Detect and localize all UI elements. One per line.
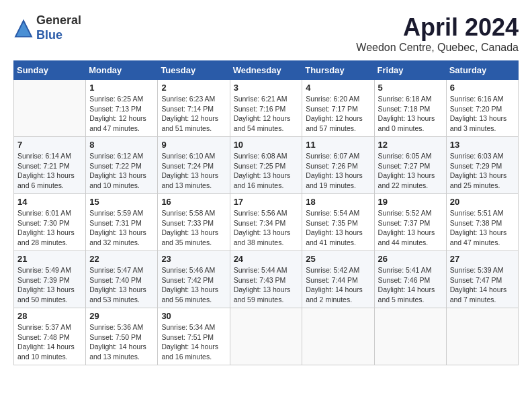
day-number: 11 bbox=[306, 140, 370, 150]
day-number: 16 bbox=[161, 197, 226, 207]
day-number: 17 bbox=[234, 197, 299, 207]
calendar-body: 1Sunrise: 6:25 AM Sunset: 7:13 PM Daylig… bbox=[14, 80, 519, 365]
day-info: Sunrise: 6:10 AM Sunset: 7:24 PM Dayligh… bbox=[161, 151, 226, 191]
day-cell bbox=[446, 308, 518, 365]
day-number: 9 bbox=[161, 140, 226, 150]
day-info: Sunrise: 5:39 AM Sunset: 7:47 PM Dayligh… bbox=[450, 265, 515, 305]
day-info: Sunrise: 6:03 AM Sunset: 7:29 PM Dayligh… bbox=[450, 151, 515, 191]
header-cell-monday: Monday bbox=[86, 61, 158, 80]
day-cell: 13Sunrise: 6:03 AM Sunset: 7:29 PM Dayli… bbox=[446, 137, 518, 194]
day-cell: 15Sunrise: 5:59 AM Sunset: 7:31 PM Dayli… bbox=[86, 194, 158, 251]
day-number: 10 bbox=[234, 140, 299, 150]
logo: General Blue bbox=[13, 13, 81, 42]
day-info: Sunrise: 6:20 AM Sunset: 7:17 PM Dayligh… bbox=[306, 94, 370, 134]
day-info: Sunrise: 5:44 AM Sunset: 7:43 PM Dayligh… bbox=[234, 265, 299, 305]
day-cell bbox=[374, 308, 446, 365]
month-title: April 2024 bbox=[356, 13, 519, 42]
day-cell: 27Sunrise: 5:39 AM Sunset: 7:47 PM Dayli… bbox=[446, 251, 518, 308]
header: General Blue April 2024 Weedon Centre, Q… bbox=[13, 13, 519, 54]
day-number: 12 bbox=[378, 140, 443, 150]
day-info: Sunrise: 5:52 AM Sunset: 7:37 PM Dayligh… bbox=[378, 208, 443, 248]
week-row-3: 14Sunrise: 6:01 AM Sunset: 7:30 PM Dayli… bbox=[14, 194, 519, 251]
day-info: Sunrise: 6:07 AM Sunset: 7:26 PM Dayligh… bbox=[306, 151, 370, 191]
day-cell: 17Sunrise: 5:56 AM Sunset: 7:34 PM Dayli… bbox=[230, 194, 302, 251]
day-number: 28 bbox=[17, 311, 82, 321]
day-info: Sunrise: 5:41 AM Sunset: 7:46 PM Dayligh… bbox=[378, 265, 443, 305]
day-number: 4 bbox=[306, 83, 370, 93]
day-cell: 20Sunrise: 5:51 AM Sunset: 7:38 PM Dayli… bbox=[446, 194, 518, 251]
day-cell: 26Sunrise: 5:41 AM Sunset: 7:46 PM Dayli… bbox=[374, 251, 446, 308]
day-number: 5 bbox=[378, 83, 443, 93]
day-cell: 23Sunrise: 5:46 AM Sunset: 7:42 PM Dayli… bbox=[158, 251, 230, 308]
day-cell: 16Sunrise: 5:58 AM Sunset: 7:33 PM Dayli… bbox=[158, 194, 230, 251]
day-cell: 3Sunrise: 6:21 AM Sunset: 7:16 PM Daylig… bbox=[230, 80, 302, 137]
day-info: Sunrise: 6:01 AM Sunset: 7:30 PM Dayligh… bbox=[17, 208, 82, 248]
day-cell: 7Sunrise: 6:14 AM Sunset: 7:21 PM Daylig… bbox=[14, 137, 86, 194]
day-cell: 8Sunrise: 6:12 AM Sunset: 7:22 PM Daylig… bbox=[86, 137, 158, 194]
day-info: Sunrise: 6:25 AM Sunset: 7:13 PM Dayligh… bbox=[89, 94, 154, 134]
day-number: 8 bbox=[89, 140, 154, 150]
day-cell: 30Sunrise: 5:34 AM Sunset: 7:51 PM Dayli… bbox=[158, 308, 230, 365]
header-cell-wednesday: Wednesday bbox=[230, 61, 302, 80]
day-number: 25 bbox=[306, 254, 370, 264]
day-info: Sunrise: 5:58 AM Sunset: 7:33 PM Dayligh… bbox=[161, 208, 226, 248]
day-cell: 28Sunrise: 5:37 AM Sunset: 7:48 PM Dayli… bbox=[14, 308, 86, 365]
day-cell: 24Sunrise: 5:44 AM Sunset: 7:43 PM Dayli… bbox=[230, 251, 302, 308]
header-cell-tuesday: Tuesday bbox=[158, 61, 230, 80]
day-cell: 10Sunrise: 6:08 AM Sunset: 7:25 PM Dayli… bbox=[230, 137, 302, 194]
day-number: 7 bbox=[17, 140, 82, 150]
day-number: 6 bbox=[450, 83, 515, 93]
week-row-2: 7Sunrise: 6:14 AM Sunset: 7:21 PM Daylig… bbox=[14, 137, 519, 194]
day-number: 22 bbox=[89, 254, 154, 264]
day-number: 13 bbox=[450, 140, 515, 150]
header-cell-thursday: Thursday bbox=[302, 61, 374, 80]
week-row-5: 28Sunrise: 5:37 AM Sunset: 7:48 PM Dayli… bbox=[14, 308, 519, 365]
day-number: 21 bbox=[17, 254, 82, 264]
day-number: 1 bbox=[89, 83, 154, 93]
day-info: Sunrise: 6:21 AM Sunset: 7:16 PM Dayligh… bbox=[234, 94, 299, 134]
day-cell: 18Sunrise: 5:54 AM Sunset: 7:35 PM Dayli… bbox=[302, 194, 374, 251]
day-info: Sunrise: 5:54 AM Sunset: 7:35 PM Dayligh… bbox=[306, 208, 370, 248]
day-number: 18 bbox=[306, 197, 370, 207]
day-cell: 1Sunrise: 6:25 AM Sunset: 7:13 PM Daylig… bbox=[86, 80, 158, 137]
header-cell-sunday: Sunday bbox=[14, 61, 86, 80]
day-number: 3 bbox=[234, 83, 299, 93]
day-number: 30 bbox=[161, 311, 226, 321]
day-cell bbox=[230, 308, 302, 365]
title-block: April 2024 Weedon Centre, Quebec, Canada bbox=[356, 13, 519, 54]
day-info: Sunrise: 6:12 AM Sunset: 7:22 PM Dayligh… bbox=[89, 151, 154, 191]
day-cell bbox=[302, 308, 374, 365]
day-info: Sunrise: 6:18 AM Sunset: 7:18 PM Dayligh… bbox=[378, 94, 443, 134]
day-cell: 6Sunrise: 6:16 AM Sunset: 7:20 PM Daylig… bbox=[446, 80, 518, 137]
header-cell-saturday: Saturday bbox=[446, 61, 518, 80]
day-info: Sunrise: 5:59 AM Sunset: 7:31 PM Dayligh… bbox=[89, 208, 154, 248]
week-row-1: 1Sunrise: 6:25 AM Sunset: 7:13 PM Daylig… bbox=[14, 80, 519, 137]
day-info: Sunrise: 6:08 AM Sunset: 7:25 PM Dayligh… bbox=[234, 151, 299, 191]
day-cell: 5Sunrise: 6:18 AM Sunset: 7:18 PM Daylig… bbox=[374, 80, 446, 137]
day-info: Sunrise: 5:42 AM Sunset: 7:44 PM Dayligh… bbox=[306, 265, 370, 305]
day-number: 23 bbox=[161, 254, 226, 264]
day-info: Sunrise: 6:16 AM Sunset: 7:20 PM Dayligh… bbox=[450, 94, 515, 134]
day-info: Sunrise: 5:49 AM Sunset: 7:39 PM Dayligh… bbox=[17, 265, 82, 305]
location-title: Weedon Centre, Quebec, Canada bbox=[356, 42, 519, 54]
day-cell: 2Sunrise: 6:23 AM Sunset: 7:14 PM Daylig… bbox=[158, 80, 230, 137]
day-cell: 19Sunrise: 5:52 AM Sunset: 7:37 PM Dayli… bbox=[374, 194, 446, 251]
week-row-4: 21Sunrise: 5:49 AM Sunset: 7:39 PM Dayli… bbox=[14, 251, 519, 308]
header-cell-friday: Friday bbox=[374, 61, 446, 80]
day-info: Sunrise: 5:34 AM Sunset: 7:51 PM Dayligh… bbox=[161, 322, 226, 362]
day-info: Sunrise: 5:36 AM Sunset: 7:50 PM Dayligh… bbox=[89, 322, 154, 362]
day-info: Sunrise: 5:46 AM Sunset: 7:42 PM Dayligh… bbox=[161, 265, 226, 305]
day-number: 29 bbox=[89, 311, 154, 321]
day-cell bbox=[14, 80, 86, 137]
calendar: SundayMondayTuesdayWednesdayThursdayFrid… bbox=[13, 60, 519, 365]
day-cell: 12Sunrise: 6:05 AM Sunset: 7:27 PM Dayli… bbox=[374, 137, 446, 194]
day-number: 19 bbox=[378, 197, 443, 207]
day-cell: 11Sunrise: 6:07 AM Sunset: 7:26 PM Dayli… bbox=[302, 137, 374, 194]
day-info: Sunrise: 5:47 AM Sunset: 7:40 PM Dayligh… bbox=[89, 265, 154, 305]
day-number: 2 bbox=[161, 83, 226, 93]
day-info: Sunrise: 5:37 AM Sunset: 7:48 PM Dayligh… bbox=[17, 322, 82, 362]
day-cell: 14Sunrise: 6:01 AM Sunset: 7:30 PM Dayli… bbox=[14, 194, 86, 251]
day-number: 20 bbox=[450, 197, 515, 207]
day-number: 27 bbox=[450, 254, 515, 264]
logo-icon bbox=[13, 18, 34, 38]
